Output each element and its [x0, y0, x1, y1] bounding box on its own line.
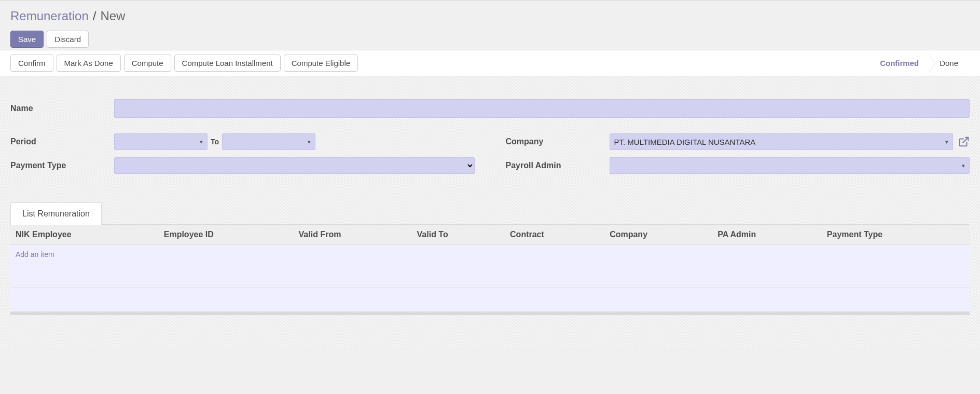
compute-loan-installment-button[interactable]: Compute Loan Installment — [174, 55, 281, 72]
external-link-icon[interactable] — [958, 136, 970, 147]
period-to-dropdown[interactable]: ▾ — [222, 133, 315, 150]
th-valid-from[interactable]: Valid From — [294, 225, 412, 245]
mark-as-done-button[interactable]: Mark As Done — [57, 55, 121, 72]
table-blank-row — [10, 264, 970, 288]
tab-list-remuneration[interactable]: List Remuneration — [10, 202, 102, 225]
breadcrumb-root-link[interactable]: Remuneration — [10, 9, 89, 23]
th-contract[interactable]: Contract — [505, 225, 604, 245]
period-from-dropdown[interactable]: ▾ — [114, 133, 208, 150]
name-label: Name — [10, 104, 114, 113]
confirm-button[interactable]: Confirm — [10, 55, 53, 72]
chevron-down-icon: ▾ — [308, 139, 311, 145]
payroll-admin-dropdown[interactable]: ▾ — [610, 157, 970, 174]
discard-button[interactable]: Discard — [47, 31, 89, 48]
breadcrumb-separator: / — [93, 9, 96, 23]
status-step-confirmed[interactable]: Confirmed — [871, 55, 930, 72]
chevron-down-icon: ▾ — [200, 139, 203, 145]
chevron-down-icon: ▾ — [945, 139, 948, 145]
th-valid-to[interactable]: Valid To — [412, 225, 505, 245]
add-item-link[interactable]: Add an item — [16, 250, 54, 259]
company-value: PT. MULTIMEDIA DIGITAL NUSANTARA — [614, 138, 756, 146]
name-input[interactable] — [114, 99, 970, 118]
payment-type-label: Payment Type — [10, 161, 114, 170]
chevron-down-icon: ▾ — [962, 162, 965, 169]
payment-type-select[interactable] — [114, 157, 475, 174]
status-step-confirmed-label: Confirmed — [880, 59, 919, 67]
payroll-admin-label: Payroll Admin — [506, 161, 610, 170]
th-nik-employee[interactable]: NIK Employee — [10, 225, 159, 245]
period-to-word: To — [211, 138, 219, 146]
status-step-done-label: Done — [940, 59, 958, 67]
table-row-add-item: Add an item — [10, 245, 970, 264]
table-footer-row — [10, 288, 970, 312]
company-label: Company — [506, 137, 610, 146]
period-label: Period — [10, 137, 114, 146]
compute-eligible-button[interactable]: Compute Eligible — [284, 55, 358, 72]
th-company[interactable]: Company — [604, 225, 712, 245]
breadcrumb-current: New — [100, 9, 125, 23]
svg-line-0 — [963, 138, 968, 143]
company-dropdown[interactable]: PT. MULTIMEDIA DIGITAL NUSANTARA ▾ — [610, 133, 954, 150]
compute-button[interactable]: Compute — [124, 55, 171, 72]
th-employee-id[interactable]: Employee ID — [159, 225, 294, 245]
status-step-done[interactable]: Done — [930, 55, 970, 72]
save-button[interactable]: Save — [10, 31, 44, 48]
th-pa-admin[interactable]: PA Admin — [712, 225, 822, 245]
table-bottom-divider — [10, 312, 970, 315]
th-payment-type[interactable]: Payment Type — [822, 225, 970, 245]
remuneration-table: NIK Employee Employee ID Valid From Vali… — [10, 225, 970, 312]
breadcrumb: Remuneration / New — [10, 9, 970, 23]
